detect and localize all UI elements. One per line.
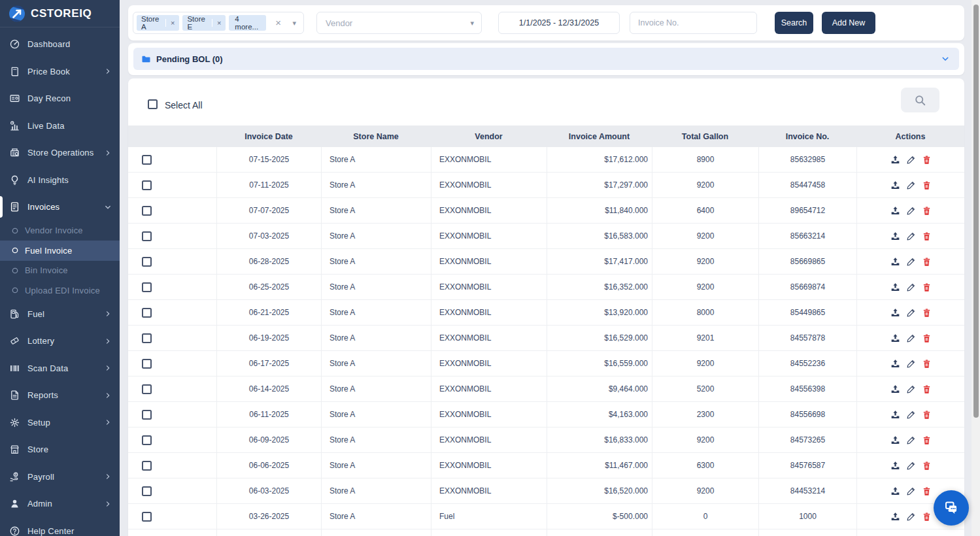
edit-action-button[interactable] bbox=[906, 512, 916, 522]
delete-action-button[interactable] bbox=[922, 384, 932, 394]
upload-action-button[interactable] bbox=[890, 359, 900, 369]
chat-widget-button[interactable] bbox=[934, 490, 969, 526]
upload-action-button[interactable] bbox=[890, 410, 900, 420]
clear-stores-icon[interactable]: × bbox=[275, 17, 281, 29]
delete-action-button[interactable] bbox=[922, 486, 932, 496]
delete-action-button[interactable] bbox=[922, 257, 932, 267]
upload-action-button[interactable] bbox=[890, 435, 900, 445]
delete-action-button[interactable] bbox=[922, 461, 932, 471]
invoice-no-input[interactable] bbox=[630, 12, 757, 34]
remove-chip-icon[interactable]: × bbox=[212, 19, 226, 27]
sidebar-item-reports[interactable]: Reports bbox=[0, 382, 120, 409]
edit-action-button[interactable] bbox=[906, 180, 916, 190]
edit-action-button[interactable] bbox=[906, 308, 916, 318]
delete-action-button[interactable] bbox=[922, 359, 932, 369]
scrollbar-thumb[interactable] bbox=[973, 5, 979, 418]
sidebar-item-help-center[interactable]: Help Center bbox=[0, 518, 120, 536]
upload-action-button[interactable] bbox=[890, 333, 900, 343]
date-range-input[interactable] bbox=[498, 12, 620, 34]
delete-action-button[interactable] bbox=[922, 435, 932, 445]
edit-action-button[interactable] bbox=[906, 410, 916, 420]
store-chip[interactable]: Store A× bbox=[137, 15, 179, 31]
row-checkbox[interactable] bbox=[142, 410, 152, 420]
upload-action-button[interactable] bbox=[890, 461, 900, 471]
upload-action-button[interactable] bbox=[890, 257, 900, 267]
row-checkbox[interactable] bbox=[142, 206, 152, 216]
row-checkbox[interactable] bbox=[142, 257, 152, 267]
edit-action-button[interactable] bbox=[906, 333, 916, 343]
sidebar-item-ai-insights[interactable]: AI Insights bbox=[0, 167, 120, 194]
delete-action-button[interactable] bbox=[922, 206, 932, 216]
delete-action-button[interactable] bbox=[922, 231, 932, 241]
upload-action-button[interactable] bbox=[890, 180, 900, 190]
edit-action-button[interactable] bbox=[906, 206, 916, 216]
row-checkbox[interactable] bbox=[142, 512, 152, 522]
sidebar-item-store[interactable]: Store bbox=[0, 436, 120, 463]
sidebar-item-vendor-invoice[interactable]: Vendor Invoice bbox=[0, 221, 120, 241]
upload-action-button[interactable] bbox=[890, 384, 900, 394]
upload-action-button[interactable] bbox=[890, 512, 900, 522]
sidebar-item-day-recon[interactable]: Day Recon bbox=[0, 85, 120, 112]
upload-action-button[interactable] bbox=[890, 282, 900, 292]
pending-bol-header[interactable]: Pending BOL (0) bbox=[133, 48, 959, 70]
more-stores-chip[interactable]: 4 more... bbox=[229, 15, 266, 31]
sidebar-item-scan-data[interactable]: Scan Data bbox=[0, 355, 120, 382]
add-new-button[interactable]: Add New bbox=[822, 12, 875, 34]
edit-action-button[interactable] bbox=[906, 486, 916, 496]
delete-action-button[interactable] bbox=[922, 512, 932, 522]
delete-action-button[interactable] bbox=[922, 333, 932, 343]
sidebar-item-admin[interactable]: Admin bbox=[0, 490, 120, 518]
row-checkbox[interactable] bbox=[142, 282, 152, 292]
sidebar-item-bin-invoice[interactable]: Bin Invoice bbox=[0, 261, 120, 281]
delete-action-button[interactable] bbox=[922, 308, 932, 318]
row-checkbox[interactable] bbox=[142, 333, 152, 343]
upload-action-button[interactable] bbox=[890, 486, 900, 496]
row-checkbox[interactable] bbox=[142, 461, 152, 471]
sidebar-item-store-operations[interactable]: Store Operations bbox=[0, 139, 120, 167]
row-checkbox[interactable] bbox=[142, 180, 152, 190]
edit-action-button[interactable] bbox=[906, 461, 916, 471]
edit-action-button[interactable] bbox=[906, 257, 916, 267]
row-checkbox[interactable] bbox=[142, 435, 152, 445]
sidebar-item-live-data[interactable]: Live Data bbox=[0, 112, 120, 140]
edit-action-button[interactable] bbox=[906, 384, 916, 394]
delete-action-button[interactable] bbox=[922, 410, 932, 420]
row-checkbox[interactable] bbox=[142, 308, 152, 318]
delete-action-button[interactable] bbox=[922, 282, 932, 292]
upload-action-button[interactable] bbox=[890, 155, 900, 165]
pencil-icon bbox=[906, 308, 916, 318]
edit-action-button[interactable] bbox=[906, 231, 916, 241]
edit-action-button[interactable] bbox=[906, 282, 916, 292]
store-chip[interactable]: Store E× bbox=[182, 15, 226, 31]
chevron-down-icon[interactable] bbox=[941, 54, 950, 63]
sidebar-item-payroll[interactable]: Payroll bbox=[0, 463, 120, 491]
edit-action-button[interactable] bbox=[906, 155, 916, 165]
upload-action-button[interactable] bbox=[890, 206, 900, 216]
table-search-button[interactable] bbox=[901, 88, 939, 112]
edit-action-button[interactable] bbox=[906, 435, 916, 445]
store-caret-icon[interactable]: ▾ bbox=[292, 19, 296, 27]
upload-action-button[interactable] bbox=[890, 231, 900, 241]
sidebar-item-fuel[interactable]: Fuel bbox=[0, 301, 120, 328]
row-checkbox[interactable] bbox=[142, 486, 152, 496]
remove-chip-icon[interactable]: × bbox=[165, 19, 179, 27]
vendor-select[interactable]: Vendor ▾ bbox=[316, 12, 482, 34]
sidebar-item-setup[interactable]: Setup bbox=[0, 409, 120, 437]
row-checkbox[interactable] bbox=[142, 155, 152, 165]
edit-action-button[interactable] bbox=[906, 359, 916, 369]
row-checkbox[interactable] bbox=[142, 384, 152, 394]
store-multiselect[interactable]: Store A×Store E×4 more... × ▾ bbox=[133, 12, 304, 34]
row-checkbox[interactable] bbox=[142, 359, 152, 369]
sidebar-item-fuel-invoice[interactable]: Fuel Invoice bbox=[0, 241, 120, 261]
sidebar-item-price-book[interactable]: Price Book bbox=[0, 58, 120, 86]
row-checkbox[interactable] bbox=[142, 231, 152, 241]
search-button[interactable]: Search bbox=[775, 12, 813, 34]
delete-action-button[interactable] bbox=[922, 180, 932, 190]
delete-action-button[interactable] bbox=[922, 155, 932, 165]
sidebar-item-upload-edi-invoice[interactable]: Upload EDI Invoice bbox=[0, 280, 120, 301]
upload-action-button[interactable] bbox=[890, 308, 900, 318]
sidebar-item-dashboard[interactable]: Dashboard bbox=[0, 31, 120, 58]
sidebar-item-invoices[interactable]: Invoices bbox=[0, 193, 120, 221]
sidebar-item-lottery[interactable]: Lottery bbox=[0, 327, 120, 355]
select-all-checkbox[interactable] bbox=[148, 99, 158, 109]
